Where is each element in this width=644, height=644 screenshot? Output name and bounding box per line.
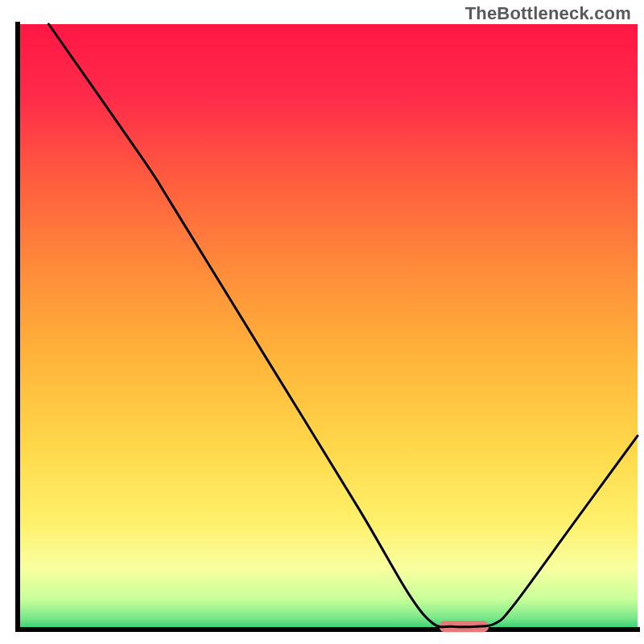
- plot-gradient-background: [18, 24, 638, 630]
- bottleneck-chart: [0, 0, 644, 644]
